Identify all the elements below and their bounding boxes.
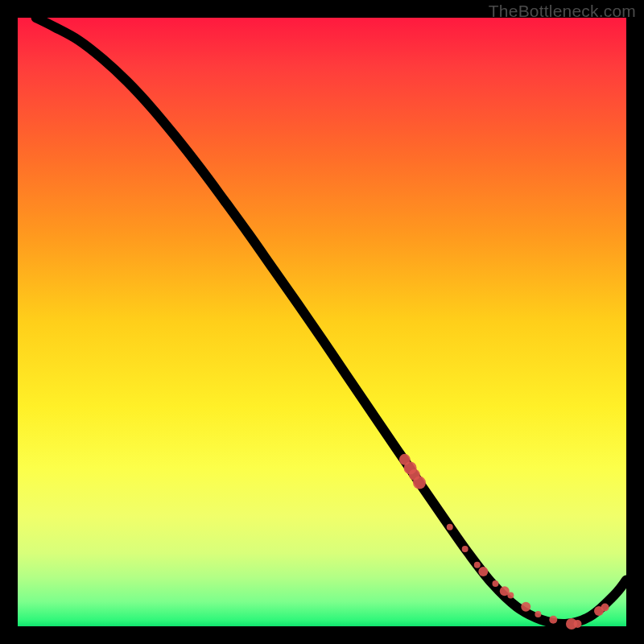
- marker-point: [492, 580, 498, 587]
- marker-point: [447, 524, 453, 530]
- marker-point: [413, 477, 426, 489]
- chart-svg: [18, 18, 626, 626]
- marker-point: [601, 604, 609, 612]
- marker-point: [462, 546, 469, 552]
- marker-point: [549, 616, 557, 624]
- plot-area: [18, 18, 626, 626]
- marker-point: [535, 611, 541, 617]
- marker-group: [399, 454, 609, 630]
- marker-point: [478, 567, 488, 576]
- marker-point: [474, 562, 481, 568]
- bottleneck-curve: [36, 18, 626, 624]
- marker-point: [574, 620, 582, 628]
- marker-point: [507, 592, 514, 598]
- chart-stage: TheBottleneck.com: [0, 0, 644, 644]
- marker-point: [521, 602, 530, 612]
